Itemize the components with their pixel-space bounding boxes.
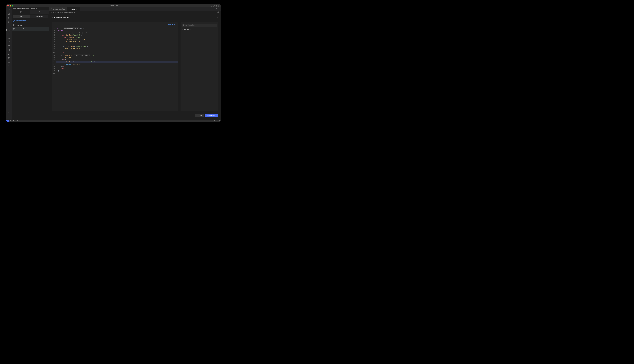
window-minimize-button[interactable] — [10, 5, 11, 6]
variable-chip[interactable]: componentNamepascal — [64, 28, 80, 29]
svg-point-41 — [14, 28, 14, 28]
sidebar-title: ARCHITTECT: ARCHITTECT SIDEBAR — [12, 7, 49, 10]
code-panel: + Add variables 123456789101112131415161… — [52, 22, 178, 111]
share-icon[interactable] — [7, 48, 10, 52]
database-icon[interactable] — [7, 32, 10, 36]
svg-point-39 — [14, 26, 14, 26]
svg-line-48 — [184, 26, 184, 26]
svg-rect-7 — [219, 5, 219, 6]
aws-icon[interactable]: aws — [7, 61, 10, 64]
svg-rect-4 — [216, 5, 217, 6]
tab-close-icon[interactable]: × — [77, 8, 78, 10]
svg-point-34 — [20, 11, 21, 12]
editor-tab-archittect[interactable]: Archittect × — [67, 7, 80, 11]
sidebar-tab-branch[interactable] — [12, 10, 30, 14]
svg-rect-10 — [9, 10, 10, 10]
save-close-button[interactable]: Save & close — [205, 114, 218, 118]
layout-customize-icon[interactable] — [218, 5, 220, 7]
tree-item-label: component tree — [16, 28, 26, 30]
variable-chip[interactable]: componentNamepascal — [72, 32, 88, 34]
split-editor-icon[interactable] — [216, 8, 218, 10]
explorer-icon[interactable] — [7, 8, 10, 12]
variable-chip[interactable]: componentNamepascal — [74, 61, 90, 63]
window-close-button[interactable] — [7, 5, 9, 6]
svg-point-13 — [8, 17, 8, 18]
breadcrumb-seg[interactable]: component tree — [52, 12, 61, 13]
svg-rect-9 — [219, 6, 219, 6]
tree-item-component[interactable]: component tree — [12, 27, 49, 31]
svg-rect-18 — [8, 25, 9, 26]
bolt-icon[interactable] — [7, 40, 10, 44]
broadcast-icon[interactable] — [216, 120, 218, 122]
templates-panel: › custom hooks — [181, 22, 218, 111]
svg-point-14 — [8, 18, 8, 19]
user-avatar-icon[interactable] — [217, 12, 219, 13]
beaker-icon[interactable] — [7, 36, 10, 40]
search-templates-input[interactable] — [182, 24, 217, 27]
tab-label: Extension: Archittect — [53, 8, 65, 10]
sidebar-tab-layers[interactable] — [30, 10, 49, 14]
titlebar: Archittect — test — [6, 4, 221, 7]
github-icon[interactable] — [7, 56, 10, 60]
tab-trees[interactable]: Trees — [13, 15, 30, 18]
tab-templates[interactable]: Templates — [30, 15, 48, 18]
problems-indicator[interactable]: 0 0 — [10, 120, 15, 122]
chevron-right-icon: › — [182, 28, 183, 30]
svg-point-47 — [183, 25, 184, 26]
svg-point-23 — [8, 41, 10, 43]
line-gutter: 123456789101112131415161718192021 — [52, 27, 56, 110]
svg-point-22 — [8, 33, 10, 34]
svg-point-35 — [20, 12, 21, 13]
svg-rect-2 — [213, 5, 214, 6]
window-title: Archittect — test — [108, 5, 118, 6]
extensions-icon[interactable] — [7, 24, 10, 28]
editor-area: Extension: Archittect Archittect × ··· c… — [49, 7, 220, 120]
svg-marker-37 — [39, 12, 40, 12]
code-icon — [50, 12, 52, 13]
layout-primary-icon[interactable] — [210, 5, 212, 7]
add-variables-button[interactable]: + Add variables — [165, 24, 176, 25]
svg-point-38 — [14, 24, 14, 25]
remote-indicator[interactable] — [6, 120, 9, 122]
modified-dot-icon — [74, 12, 75, 12]
svg-point-32 — [8, 112, 9, 113]
create-new-tree-button[interactable]: + Create new tree — [13, 20, 48, 22]
side-item-label: custom hooks — [184, 28, 192, 30]
play-circle-icon[interactable] — [7, 44, 10, 48]
cancel-button[interactable]: Cancel — [195, 114, 204, 118]
breadcrumb-seg[interactable]: /componentName.tsx — [62, 12, 73, 13]
editor-tab-extension[interactable]: Extension: Archittect — [49, 7, 67, 11]
error-count: 0 — [12, 120, 12, 122]
close-icon[interactable]: × — [217, 16, 218, 18]
gear-icon[interactable] — [7, 116, 10, 119]
expand-icon[interactable] — [54, 24, 55, 25]
app-window: Archittect — test aws — [6, 4, 221, 122]
add-variables-label: Add variables — [167, 24, 176, 25]
file-icon — [51, 8, 52, 10]
svg-rect-31 — [8, 66, 10, 67]
search-icon — [183, 24, 184, 26]
live-share-button[interactable]: Live Share — [17, 120, 24, 122]
code-editor[interactable]: 123456789101112131415161718192021 functi… — [52, 26, 178, 111]
source-control-icon[interactable] — [7, 16, 10, 20]
more-icon[interactable]: ··· — [218, 9, 220, 10]
folder-icon[interactable] — [7, 65, 10, 68]
svg-rect-19 — [8, 26, 9, 27]
archittect-tab-icon — [69, 8, 70, 10]
search-icon[interactable] — [7, 12, 10, 16]
svg-rect-29 — [8, 54, 9, 54]
tree-item-hello[interactable]: Hello tree — [12, 23, 49, 27]
window-maximize-button[interactable] — [12, 5, 14, 6]
run-debug-icon[interactable] — [7, 20, 10, 24]
sync-icon[interactable] — [214, 120, 215, 122]
account-icon[interactable] — [7, 111, 10, 114]
bell-icon[interactable] — [219, 120, 220, 122]
tree-item-label: Hello tree — [16, 24, 22, 26]
archittect-icon[interactable] — [7, 28, 10, 32]
layout-secondary-icon[interactable] — [215, 5, 217, 7]
side-item-custom-hooks[interactable]: › custom hooks — [182, 28, 217, 31]
sidebar: ARCHITTECT: ARCHITTECT SIDEBAR Trees Tem… — [12, 7, 49, 120]
variable-chip[interactable]: componentNamepascal — [74, 54, 90, 56]
layout-panel-icon[interactable] — [213, 5, 215, 7]
docker-icon[interactable] — [7, 52, 10, 56]
